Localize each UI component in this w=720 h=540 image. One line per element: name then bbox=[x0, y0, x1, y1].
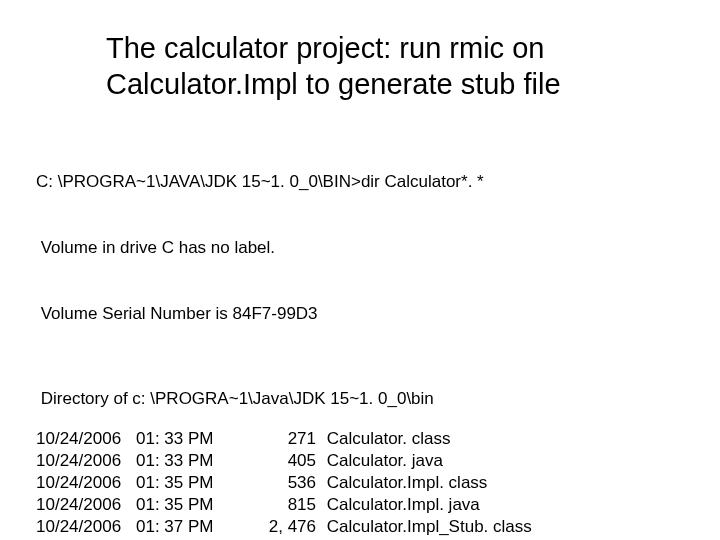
file-date: 10/24/2006 bbox=[36, 428, 136, 450]
file-size: 2, 476 bbox=[246, 516, 322, 538]
file-listing: 10/24/200601: 33 PM271 Calculator. class… bbox=[36, 428, 684, 538]
file-size: 271 bbox=[246, 428, 322, 450]
file-time: 01: 35 PM bbox=[136, 472, 246, 494]
file-name: Calculator.Impl_Stub. class bbox=[322, 516, 532, 538]
file-row: 10/24/200601: 33 PM405 Calculator. java bbox=[36, 450, 684, 472]
file-name: Calculator.Impl. java bbox=[322, 494, 480, 516]
volume-line-1: Volume in drive C has no label. bbox=[36, 237, 684, 259]
file-name: Calculator.Impl. class bbox=[322, 472, 487, 494]
file-name: Calculator. java bbox=[322, 450, 443, 472]
file-row: 10/24/200601: 35 PM536 Calculator.Impl. … bbox=[36, 472, 684, 494]
file-date: 10/24/2006 bbox=[36, 450, 136, 472]
file-row: 10/24/200601: 33 PM271 Calculator. class bbox=[36, 428, 684, 450]
file-time: 01: 33 PM bbox=[136, 450, 246, 472]
prompt-line: C: \PROGRA~1\JAVA\JDK 15~1. 0_0\BIN>dir … bbox=[36, 171, 684, 193]
file-date: 10/24/2006 bbox=[36, 472, 136, 494]
terminal-output: C: \PROGRA~1\JAVA\JDK 15~1. 0_0\BIN>dir … bbox=[36, 127, 684, 370]
file-date: 10/24/2006 bbox=[36, 494, 136, 516]
slide: The calculator project: run rmic on Calc… bbox=[0, 0, 720, 540]
file-time: 01: 33 PM bbox=[136, 428, 246, 450]
directory-of-line: Directory of c: \PROGRA~1\Java\JDK 15~1.… bbox=[36, 388, 684, 410]
file-row: 10/24/200601: 35 PM815 Calculator.Impl. … bbox=[36, 494, 684, 516]
file-row: 10/24/200601: 37 PM2, 476 Calculator.Imp… bbox=[36, 516, 684, 538]
volume-line-2: Volume Serial Number is 84F7-99D3 bbox=[36, 303, 684, 325]
file-time: 01: 37 PM bbox=[136, 516, 246, 538]
slide-title: The calculator project: run rmic on Calc… bbox=[106, 30, 666, 103]
file-size: 405 bbox=[246, 450, 322, 472]
file-size: 815 bbox=[246, 494, 322, 516]
file-size: 536 bbox=[246, 472, 322, 494]
file-name: Calculator. class bbox=[322, 428, 451, 450]
file-time: 01: 35 PM bbox=[136, 494, 246, 516]
file-date: 10/24/2006 bbox=[36, 516, 136, 538]
